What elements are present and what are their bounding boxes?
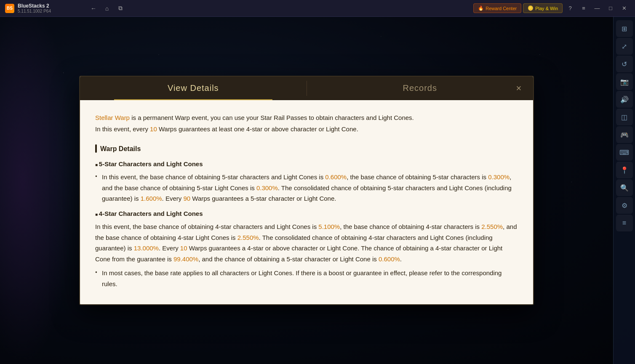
maximize-button[interactable]: □ [605,3,616,14]
sidebar-icon-camera[interactable]: 📷 [616,73,633,90]
sidebar-icon-location[interactable]: 📍 [616,162,633,178]
4s-num6: 99.400% [173,255,198,263]
sidebar-icon-more[interactable]: ≡ [616,215,633,231]
tab-view-details[interactable]: View Details [80,77,307,100]
titlebar-nav: ← ⌂ ⧉ [84,3,130,14]
minimize-button[interactable]: — [591,3,603,14]
stellar-warp-name: Stellar Warp [95,114,130,121]
4s-end: . [400,255,402,263]
app-title-group: BlueStacks 2 5.11.51.1002 P64 [18,3,51,13]
intro-paragraph: Stellar Warp is a permanent Warp event, … [95,112,518,135]
five-star-b1-mid4: . Every [162,195,184,202]
modal-close-button[interactable]: × [511,81,526,96]
reward-center-button[interactable]: 🔥 Reward Center [473,3,521,13]
tab-records[interactable]: Records [307,77,534,100]
four-star-subsection-title: 4-Star Characters and Light Cones [95,208,518,219]
4s-bullet2-text: In most cases, the base rate applies to … [102,269,502,287]
app-name: BlueStacks 2 [18,3,51,9]
4s-pre: In this event, the base chance of obtain… [95,223,318,230]
sidebar-icon-search[interactable]: 🔍 [616,179,633,196]
menu-button[interactable]: ≡ [578,3,590,14]
bluestacks-logo: BS [5,4,14,13]
records-label: Records [403,83,437,93]
sidebar-icon-settings[interactable]: ⚙ [616,197,633,214]
five-star-b1-mid1: , the base chance of obtaining 5-star ch… [347,173,488,181]
intro-text2: In this event, every [95,125,150,133]
4s-num7: 0.600% [379,255,400,263]
five-star-bullet1: In this event, the base chance of obtain… [95,172,518,204]
4s-num5: 10 [180,244,187,252]
five-star-b1-pre: In this event, the base chance of obtain… [102,173,325,181]
app-version: 5.11.51.1002 P64 [18,9,51,13]
warp-details-section-header: Warp Details [95,143,518,154]
titlebar: BS BlueStacks 2 5.11.51.1002 P64 ← ⌂ ⧉ 🔥… [0,0,635,17]
intro-text3: Warps guarantees at least one 4-star or … [157,125,358,133]
play-win-button[interactable]: 🪙 Play & Win [523,3,563,13]
sidebar-icon-refresh[interactable]: ↺ [616,56,633,72]
sidebar-icon-grid[interactable]: ⊞ [616,20,633,37]
view-details-label: View Details [168,83,219,93]
close-button[interactable]: ✕ [618,3,630,14]
four-star-text: In this event, the base chance of obtain… [95,221,518,264]
reward-center-label: Reward Center [486,6,517,11]
five-star-b1-num3: 0.300% [256,184,278,191]
back-button[interactable]: ← [88,3,99,14]
4s-mid6: , and the chance of obtaining a 5-star c… [198,255,379,263]
4s-mid4: . Every [159,244,180,252]
intro-num1: 10 [150,125,157,133]
titlebar-right: 🔥 Reward Center 🪙 Play & Win ? ≡ — □ ✕ [468,3,635,14]
4s-num1: 5.100% [318,223,340,230]
modal-overlay: View Details Records × Stellar Warp is a… [0,17,613,364]
4s-mid1: , the base chance of obtaining 4-star ch… [340,223,481,230]
sidebar-icon-keyboard[interactable]: ⌨ [616,144,633,161]
4s-num2: 2.550% [481,223,503,230]
modal-header: View Details Records × [80,77,533,100]
home-button[interactable]: ⌂ [101,3,113,14]
right-sidebar: ⊞ ⤢ ↺ 📷 🔊 ◫ 🎮 ⌨ 📍 🔍 ⚙ ≡ [613,17,635,364]
warp-details-title: Warp Details [100,143,141,154]
coin-icon: 🪙 [528,5,534,11]
main-area: View Details Records × Stellar Warp is a… [0,17,613,364]
section-bar-icon [95,144,97,153]
titlebar-left: BS BlueStacks 2 5.11.51.1002 P64 [0,3,84,13]
play-win-label: Play & Win [535,6,558,11]
five-star-b1-num2: 0.300% [488,173,510,181]
fire-icon: 🔥 [478,5,484,11]
sidebar-icon-layout[interactable]: ◫ [616,109,633,125]
intro-text1: is a permanent Warp event, you can use y… [130,114,414,121]
warp-details-modal: View Details Records × Stellar Warp is a… [79,76,534,306]
modal-content-area[interactable]: Stellar Warp is a permanent Warp event, … [80,100,533,305]
4s-num3: 2.550% [237,234,259,241]
close-x-icon: × [516,83,522,94]
sidebar-icon-gamepad[interactable]: 🎮 [616,126,633,143]
five-star-subsection-title: 5-Star Characters and Light Cones [95,159,518,170]
sidebar-icon-expand[interactable]: ⤢ [616,38,633,55]
four-star-bullet2: In most cases, the base rate applies to … [95,268,518,289]
five-star-b1-num4: 1.600% [141,195,162,202]
five-star-b1-end: Warps guarantees a 5-star character or L… [190,195,336,202]
4s-num4: 13.000% [134,244,159,252]
five-star-b1-num1: 0.600% [325,173,347,181]
sidebar-icon-volume[interactable]: 🔊 [616,91,633,108]
help-button[interactable]: ? [564,3,576,14]
tabs-button[interactable]: ⧉ [115,3,126,14]
five-star-b1-num5: 90 [183,195,190,202]
